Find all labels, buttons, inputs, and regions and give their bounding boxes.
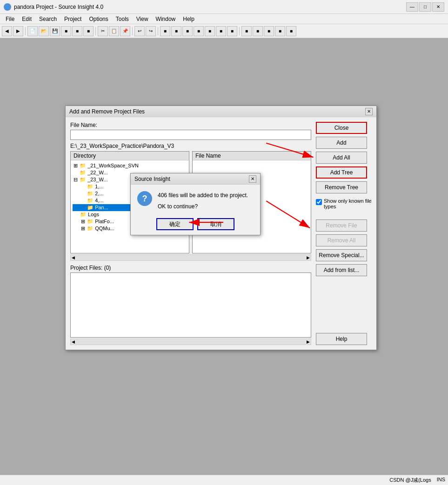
expand-icon[interactable]: ⊞ (80, 226, 86, 232)
toolbar-btn-4[interactable]: ■ (61, 26, 71, 36)
toolbar-btn-f[interactable]: ■ (216, 26, 226, 36)
menu-search[interactable]: Search (35, 15, 60, 23)
folder-icon: 📁 (80, 212, 87, 217)
confirm-buttons: 确定 取消 (137, 218, 254, 230)
toolbar-redo[interactable]: ↪ (146, 26, 156, 36)
toolbar-new[interactable]: 📄 (27, 26, 38, 36)
tree-item[interactable]: ⊞ 📁 _21_WorkSpace_SVN (73, 162, 187, 169)
toolbar-open[interactable]: 📂 (39, 26, 49, 36)
folder-icon: 📁 (87, 198, 94, 203)
folder-icon: 📁 (80, 177, 86, 182)
dialog-main-title: Add and Remove Project Files (69, 108, 365, 115)
tree-label: 1,... (95, 184, 103, 189)
filename-panel-header: File Name (193, 152, 311, 160)
title-bar-controls: — □ ✕ (406, 2, 444, 12)
expand-icon[interactable]: ⊞ (80, 219, 86, 225)
toolbar-btn-c[interactable]: ■ (182, 26, 193, 36)
menu-project[interactable]: Project (60, 15, 85, 23)
toolbar-paste[interactable]: 📌 (120, 26, 130, 36)
toolbar-cut[interactable]: ✂ (98, 26, 108, 36)
toolbar-separator-4 (158, 27, 158, 35)
toolbar-forward[interactable]: ▶ (13, 26, 23, 36)
toolbar-back[interactable]: ◀ (2, 26, 12, 36)
confirm-dialog-title: Source Insight (134, 176, 249, 182)
toolbar-btn-b[interactable]: ■ (171, 26, 181, 36)
toolbar-separator-5 (239, 27, 240, 35)
expand-icon[interactable]: ⊟ (73, 177, 78, 183)
remove-tree-button[interactable]: Remove Tree (316, 181, 367, 193)
tree-label: 2,... (95, 191, 103, 196)
toolbar-btn-e[interactable]: ■ (205, 26, 215, 36)
toolbar-btn-i[interactable]: ■ (253, 26, 263, 36)
close-button[interactable]: Close (316, 122, 367, 134)
close-window-button[interactable]: ✕ (432, 2, 444, 12)
confirm-close-button[interactable]: ✕ (249, 175, 256, 183)
tree-label: Logs (88, 212, 99, 217)
toolbar-btn-h[interactable]: ■ (241, 26, 252, 36)
project-files-box[interactable] (70, 272, 311, 338)
toolbar-btn-d[interactable]: ■ (194, 26, 204, 36)
folder-icon: 📁 (80, 163, 86, 168)
tree-label: _23_W... (87, 177, 107, 182)
toolbar: ◀ ▶ 📄 📂 💾 ■ ■ ■ ✂ 📋 📌 ↩ ↪ ■ ■ ■ ■ ■ ■ ■ … (0, 24, 448, 38)
toolbar-btn-6[interactable]: ■ (83, 26, 94, 36)
menu-tools[interactable]: Tools (112, 15, 133, 23)
add-from-list-button[interactable]: Add from list... (316, 264, 367, 276)
menu-file[interactable]: File (2, 15, 18, 23)
remove-file-button[interactable]: Remove File (316, 219, 367, 232)
show-known-row: Show only known file types (316, 198, 372, 209)
status-ins: INS (437, 477, 445, 484)
remove-all-button[interactable]: Remove All (316, 234, 367, 246)
folder-icon: 📁 (87, 219, 94, 224)
directory-panel-header: Directory (71, 152, 189, 160)
toolbar-btn-a[interactable]: ■ (160, 26, 170, 36)
toolbar-btn-l[interactable]: ■ (286, 26, 296, 36)
confirm-ok-button[interactable]: 确定 (156, 218, 194, 230)
tree-label: 4,... (95, 198, 103, 203)
file-name-input[interactable] (70, 130, 311, 140)
status-right: CSDN @J减(Logs INS (389, 477, 445, 484)
tree-label: _22_W... (87, 170, 107, 175)
toolbar-btn-j[interactable]: ■ (264, 26, 274, 36)
menu-view[interactable]: View (133, 15, 152, 23)
project-files-label: Project Files: (0) (70, 265, 311, 271)
confirm-dialog: Source Insight ✕ ? 406 files will be add… (130, 173, 261, 235)
add-button[interactable]: Add (316, 137, 367, 149)
toolbar-undo[interactable]: ↩ (134, 26, 145, 36)
show-known-label: Show only known file types (324, 198, 372, 209)
confirm-question-icon: ? (137, 191, 152, 206)
toolbar-btn-k[interactable]: ■ (275, 26, 285, 36)
status-text: CSDN @J减(Logs (389, 477, 431, 484)
toolbar-btn-5[interactable]: ■ (72, 26, 82, 36)
help-button[interactable]: Help (316, 333, 367, 345)
menu-window[interactable]: Window (152, 15, 180, 23)
tree-label: QQMu... (95, 226, 114, 231)
scrollbar-h[interactable]: ◀ ▶ (70, 254, 311, 261)
confirm-text: 406 files will be added to the project. … (158, 191, 248, 211)
confirm-body: ? 406 files will be added to the project… (131, 185, 260, 235)
menu-edit[interactable]: Edit (18, 15, 35, 23)
title-bar-text: pandora Project - Source Insight 4.0 (14, 4, 406, 10)
add-tree-button[interactable]: Add Tree (316, 166, 367, 179)
tree-label: _21_WorkSpace_SVN (87, 163, 139, 168)
add-all-button[interactable]: Add All (316, 152, 367, 164)
toolbar-btn-g[interactable]: ■ (227, 26, 237, 36)
show-known-checkbox[interactable] (316, 199, 322, 205)
folder-icon: 📁 (87, 226, 94, 231)
folder-icon: 📁 (87, 191, 94, 196)
toolbar-save[interactable]: 💾 (50, 26, 60, 36)
maximize-button[interactable]: □ (419, 2, 431, 12)
confirm-message-line2: OK to continue? (158, 202, 248, 211)
dialog-main-close[interactable]: ✕ (365, 108, 373, 115)
remove-special-button[interactable]: Remove Special... (316, 249, 367, 261)
expand-icon[interactable]: ⊞ (73, 163, 78, 169)
menu-help[interactable]: Help (179, 15, 198, 23)
scrollbar-h-bottom[interactable]: ◀ ▶ (70, 339, 311, 345)
menu-bar: File Edit Search Project Options Tools V… (0, 14, 448, 24)
confirm-cancel-button[interactable]: 取消 (197, 218, 234, 230)
menu-options[interactable]: Options (85, 15, 112, 23)
folder-icon: 📁 (87, 205, 94, 210)
toolbar-copy[interactable]: 📋 (109, 26, 119, 36)
project-files-section: Project Files: (0) ◀ ▶ (70, 265, 311, 345)
minimize-button[interactable]: — (406, 2, 418, 12)
